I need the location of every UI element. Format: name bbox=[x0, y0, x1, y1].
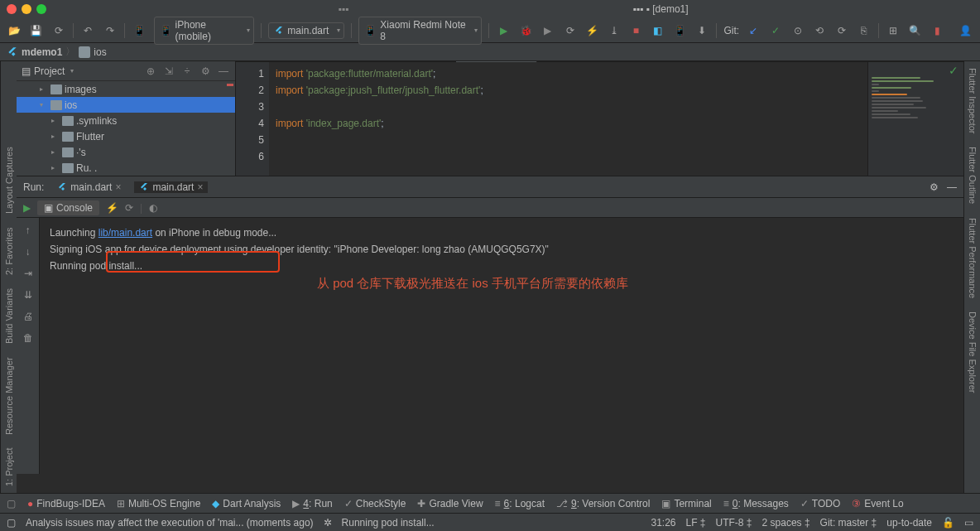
red-icon[interactable]: ▮ bbox=[930, 22, 945, 39]
indent[interactable]: 2 spaces ‡ bbox=[762, 517, 810, 529]
bottom-tab[interactable]: ≡0: Messages bbox=[723, 498, 789, 509]
console-tab[interactable]: ▣Console bbox=[37, 200, 99, 215]
devtools-icon[interactable]: ◧ bbox=[651, 22, 666, 39]
run-tab-2[interactable]: main.dart× bbox=[134, 181, 208, 193]
collapse-icon[interactable]: ÷ bbox=[180, 65, 194, 78]
bottom-tab[interactable]: ≡6: Logcat bbox=[495, 498, 545, 509]
tree-item[interactable]: ▸·'s bbox=[17, 144, 235, 160]
run-tab-1[interactable]: main.dart× bbox=[52, 181, 126, 193]
git-history-icon[interactable]: ⟲ bbox=[812, 22, 828, 39]
trash-icon[interactable]: 🗑 bbox=[21, 331, 36, 345]
bottom-tab[interactable]: ✓CheckStyle bbox=[344, 498, 406, 509]
coverage-icon[interactable]: ▶ bbox=[540, 22, 556, 39]
editor-tab-main[interactable]: main.dart× bbox=[456, 61, 537, 62]
bottom-tab[interactable]: ⎇9: Version Control bbox=[556, 498, 650, 509]
search-icon[interactable]: 🔍 bbox=[907, 22, 923, 39]
attach-icon[interactable]: ⤓ bbox=[606, 22, 622, 39]
profile-icon[interactable]: ⟳ bbox=[562, 22, 578, 39]
right-tab[interactable]: Flutter Inspector bbox=[966, 65, 979, 137]
git-branch[interactable]: Git: master ‡ bbox=[820, 517, 877, 529]
status-square-icon[interactable]: ▢ bbox=[7, 517, 16, 529]
stop-icon[interactable]: ■ bbox=[628, 22, 644, 39]
expand-icon[interactable]: ⇲ bbox=[162, 65, 175, 78]
minimap[interactable]: ✓ bbox=[867, 62, 963, 176]
down-icon[interactable]: ↓ bbox=[21, 244, 36, 259]
right-tab[interactable]: Flutter Performance bbox=[966, 215, 979, 302]
left-tab[interactable]: Build Variants bbox=[2, 285, 16, 347]
git-branch-icon[interactable]: ⎘ bbox=[856, 22, 872, 39]
sync-icon[interactable]: ⟳ bbox=[50, 22, 66, 39]
print-icon[interactable]: 🖨 bbox=[21, 309, 36, 324]
left-tab[interactable]: Layout Captures bbox=[2, 144, 16, 218]
restart-icon[interactable]: ⟳ bbox=[125, 202, 133, 214]
target-icon[interactable]: ⊕ bbox=[144, 65, 157, 78]
lock-icon[interactable]: 🔓 bbox=[942, 517, 954, 529]
avatar-icon[interactable]: 👤 bbox=[958, 22, 974, 39]
bottom-tab[interactable]: ✓TODO bbox=[800, 498, 840, 509]
project-tree[interactable]: ▸images▾ios▸.symlinks▸Flutter▸·'s▸Ru. .▸… bbox=[17, 81, 235, 176]
avd-icon[interactable]: 📱 bbox=[672, 22, 688, 39]
hot-reload-icon[interactable]: ⚡ bbox=[106, 202, 118, 214]
run-config-select[interactable]: main.dart bbox=[268, 22, 344, 39]
devtools-btn-icon[interactable]: ◐ bbox=[149, 202, 157, 214]
debug-icon[interactable]: 🐞 bbox=[518, 22, 534, 39]
hide-icon[interactable]: — bbox=[217, 65, 230, 78]
right-tab[interactable]: Device File Explorer bbox=[966, 308, 979, 396]
encoding[interactable]: UTF-8 ‡ bbox=[716, 517, 752, 529]
rerun-icon[interactable]: ▶ bbox=[23, 202, 31, 214]
run-hide-icon[interactable]: — bbox=[947, 181, 957, 193]
cursor-pos[interactable]: 31:26 bbox=[651, 517, 675, 529]
git-compare-icon[interactable]: ⊙ bbox=[790, 22, 805, 39]
bottom-tab[interactable]: ⊞Multi-OS Engine bbox=[117, 498, 200, 509]
tree-item[interactable]: ▾ios bbox=[17, 97, 235, 113]
bottom-tab[interactable]: ③Event Lo bbox=[852, 498, 903, 509]
save-icon[interactable]: 💾 bbox=[29, 22, 45, 39]
status-bar: ▢ Analysis issues may affect the executi… bbox=[0, 513, 980, 531]
file-link[interactable]: lib/main.dart bbox=[98, 227, 152, 239]
run-settings-icon[interactable]: ⚙ bbox=[930, 181, 939, 193]
hot-reload-icon[interactable]: ⚡ bbox=[584, 22, 600, 39]
sdk-icon[interactable]: ⬇ bbox=[694, 22, 710, 39]
bottom-tab[interactable]: ▣Terminal bbox=[661, 498, 711, 509]
bottom-tab[interactable]: ●FindBugs-IDEA bbox=[27, 498, 105, 509]
scroll-icon[interactable]: ⇊ bbox=[21, 287, 36, 302]
left-tab[interactable]: Resource Manager bbox=[2, 354, 16, 438]
wrap-icon[interactable]: ⇥ bbox=[21, 266, 36, 281]
git-update-icon[interactable]: ↙ bbox=[746, 22, 761, 39]
tree-item[interactable]: ▸Flutter bbox=[17, 128, 235, 144]
line-ending[interactable]: LF ‡ bbox=[686, 517, 706, 529]
tree-item[interactable]: ▸.symlinks bbox=[17, 113, 235, 128]
breadcrumb-folder[interactable]: ios bbox=[79, 46, 106, 58]
code-area[interactable]: import 'package:flutter/material.dart';i… bbox=[269, 62, 867, 176]
open-icon[interactable]: 📂 bbox=[7, 22, 22, 39]
settings-icon[interactable]: ⚙ bbox=[199, 65, 212, 78]
console-output[interactable]: Launching lib/main.dart on iPhone in deb… bbox=[40, 218, 963, 474]
maximize-window[interactable] bbox=[36, 4, 46, 14]
right-tab[interactable]: Flutter Outline bbox=[966, 143, 979, 207]
update-status[interactable]: up-to-date bbox=[886, 517, 932, 529]
device-select[interactable]: 📱iPhone (mobile) bbox=[154, 17, 255, 45]
undo-icon[interactable]: ↶ bbox=[80, 22, 96, 39]
minimize-window[interactable] bbox=[22, 4, 31, 14]
device-select-2[interactable]: 📱Xiaomi Redmi Note 8 bbox=[358, 17, 482, 45]
main-toolbar: 📂 💾 ⟳ ↶ ↷ 📱 📱iPhone (mobile) main.dart 📱… bbox=[0, 18, 980, 43]
bottom-tab[interactable]: ◆Dart Analysis bbox=[212, 498, 281, 509]
breadcrumb-project[interactable]: mdemo1 bbox=[7, 46, 62, 58]
git-commit-icon[interactable]: ✓ bbox=[768, 22, 784, 39]
editor-panel: main.dart× 123456 import 'package:flutte… bbox=[236, 61, 963, 176]
bottom-tab[interactable]: ✚Gradle View bbox=[417, 498, 483, 509]
device-icon[interactable]: 📱 bbox=[132, 22, 147, 39]
run-icon[interactable]: ▶ bbox=[496, 22, 512, 39]
left-tab[interactable]: 1: Project bbox=[2, 445, 16, 490]
redo-icon[interactable]: ↷ bbox=[102, 22, 118, 39]
tree-item[interactable]: ▸Ru. . bbox=[17, 160, 235, 176]
git-revert-icon[interactable]: ⟳ bbox=[834, 22, 850, 39]
tree-item[interactable]: ▸images bbox=[17, 81, 235, 97]
close-window[interactable] bbox=[7, 4, 17, 14]
structure-icon[interactable]: ⊞ bbox=[886, 22, 901, 39]
bottom-tab[interactable]: ▶4: Run bbox=[292, 498, 332, 509]
bottom-left-icon[interactable]: ▢ bbox=[7, 498, 16, 509]
status-end-icon[interactable]: ▭ bbox=[964, 517, 973, 529]
up-icon[interactable]: ↑ bbox=[21, 223, 36, 238]
left-tab[interactable]: 2: Favorites bbox=[2, 224, 16, 278]
